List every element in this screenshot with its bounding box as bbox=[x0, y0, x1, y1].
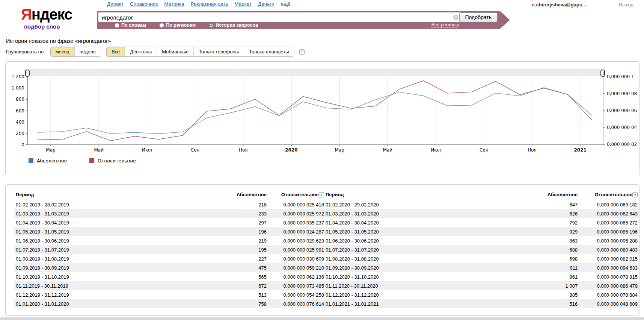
cell-period: 01.08.2020 - 31.08.2020 bbox=[324, 254, 526, 263]
col-header-period: Период bbox=[14, 190, 220, 200]
cell-period: 01.11.2019 - 30.11.2019 bbox=[14, 281, 220, 290]
nav-link-2[interactable]: Метрика bbox=[164, 1, 184, 7]
search-mode-2[interactable]: История запросов bbox=[209, 23, 258, 28]
wordstat-link[interactable]: подбор слов bbox=[24, 23, 60, 30]
svg-text:1 000: 1 000 bbox=[12, 85, 24, 91]
nav-link-6[interactable]: ещё bbox=[281, 1, 291, 7]
cell-period: 01.02.2019 - 28.02.2019 bbox=[14, 200, 220, 209]
cell-period: 01.04.2019 - 30.04.2019 bbox=[14, 218, 220, 227]
cell-relative: 0,000 000 035 237 bbox=[268, 218, 326, 227]
chart-panel: МарМайИюлСенНоя2020МарМайИюлСенНоя202102… bbox=[5, 61, 639, 175]
svg-text:Сен: Сен bbox=[191, 147, 200, 153]
device-option-1[interactable]: Десктопы bbox=[125, 47, 157, 56]
table-row: 01.04.2019 - 30.04.20192970,000 000 035 … bbox=[14, 218, 326, 227]
svg-text:2021: 2021 bbox=[574, 147, 586, 153]
search-mode-0[interactable]: По словам bbox=[115, 23, 146, 28]
table-row: 01.03.2019 - 31.03.20192330,000 000 025 … bbox=[14, 209, 326, 218]
cell-absolute: 233 bbox=[220, 209, 268, 218]
group-by-option-1[interactable]: неделя bbox=[74, 47, 101, 56]
legend-swatch bbox=[89, 158, 94, 163]
controls-row: Группировать по: месяцнеделя ВсеДесктопы… bbox=[6, 47, 305, 57]
search-input-wrap: ✕ bbox=[98, 12, 461, 22]
nav-link-5[interactable]: Деньги bbox=[258, 1, 274, 7]
table-row: 01.09.2019 - 30.09.20194750,000 000 059 … bbox=[14, 263, 326, 272]
cell-period: 01.07.2019 - 31.07.2019 bbox=[14, 245, 220, 254]
cell-period: 01.08.2019 - 31.08.2019 bbox=[14, 254, 220, 263]
svg-text:0,000 000 06: 0,000 000 06 bbox=[607, 108, 637, 113]
cell-relative: 0,000 000 073 485 bbox=[268, 281, 326, 290]
svg-text:Мар: Мар bbox=[335, 147, 344, 153]
device-option-4[interactable]: Только планшеты bbox=[244, 47, 294, 56]
cell-relative: 0,000 000 086 479 bbox=[579, 281, 639, 290]
cell-relative: 0,000 000 025 991 bbox=[268, 245, 326, 254]
col-header-relative: Относительное? bbox=[268, 190, 326, 200]
all-regions-link[interactable]: Все регионы bbox=[431, 22, 459, 28]
device-option-2[interactable]: Мобильные bbox=[157, 47, 193, 56]
page-title: История показов по фразе «игропедагог» bbox=[6, 38, 111, 44]
nav-link-0[interactable]: Директ bbox=[107, 1, 124, 7]
cell-absolute: 647 bbox=[526, 200, 579, 209]
bottom-edge-strip bbox=[0, 317, 644, 320]
table-row: 01.05.2019 - 31.05.20191960,000 000 024 … bbox=[14, 227, 326, 236]
device-option-0[interactable]: Все bbox=[107, 47, 125, 56]
yandex-logo[interactable]: Яндекс bbox=[21, 6, 72, 23]
submit-button[interactable]: Подобрать bbox=[459, 12, 498, 22]
table-row: 01.05.2020 - 31.05.20209290,000 000 085 … bbox=[324, 227, 639, 236]
nav-link-3[interactable]: Рекламная сеть bbox=[191, 1, 228, 7]
cell-period: 01.01.2020 - 31.01.2020 bbox=[14, 299, 220, 308]
device-filter-help-icon[interactable]: ? bbox=[299, 49, 305, 55]
col-header-absolute: Абсолютное bbox=[220, 190, 268, 200]
radio-icon[interactable] bbox=[115, 23, 119, 27]
svg-text:0,000 000 08: 0,000 000 08 bbox=[607, 91, 637, 96]
cell-period: 01.01.2021 - 31.01.2021 bbox=[324, 299, 526, 308]
group-by-option-0[interactable]: месяц bbox=[51, 47, 74, 56]
radio-icon[interactable] bbox=[160, 23, 164, 27]
cell-relative: 0,000 000 062 136 bbox=[268, 272, 326, 281]
svg-text:Июл: Июл bbox=[142, 147, 152, 153]
legend-label: Относительное bbox=[98, 158, 136, 164]
nav-link-4[interactable]: Маркет bbox=[234, 1, 252, 7]
svg-text:200: 200 bbox=[16, 131, 24, 136]
cell-relative: 0,000 000 024 287 bbox=[268, 227, 326, 236]
col-header-absolute: Абсолютное bbox=[526, 190, 579, 200]
user-email[interactable]: n.chernysheva@gaps.... bbox=[532, 2, 588, 8]
search-widget: ✕ Подобрать По словамПо регионамИстория … bbox=[97, 11, 500, 29]
cell-absolute: 698 bbox=[526, 254, 579, 263]
col-header-period: Период bbox=[324, 190, 526, 200]
cell-relative: 0,000 000 062 643 bbox=[579, 209, 639, 218]
cell-relative: 0,000 000 025 972 bbox=[268, 209, 326, 218]
table-row: 01.03.2020 - 31.03.20206260,000 000 062 … bbox=[324, 209, 639, 218]
history-table-left: ПериодАбсолютноеОтносительное?01.02.2019… bbox=[14, 190, 326, 308]
logout-link[interactable]: Выход bbox=[619, 2, 633, 8]
wordstat-page: Яндекс подбор слов ДиректСправочникМетри… bbox=[0, 0, 644, 320]
history-line-chart[interactable]: МарМайИюлСенНоя2020МарМайИюлСенНоя202102… bbox=[6, 62, 639, 156]
cell-period: 01.03.2019 - 31.03.2019 bbox=[14, 209, 220, 218]
cell-absolute: 863 bbox=[526, 236, 579, 245]
col-header-relative-label: Относительное bbox=[595, 192, 632, 197]
radio-selected-icon[interactable] bbox=[209, 23, 213, 27]
table-row: 01.06.2020 - 30.06.20208630,000 000 095 … bbox=[324, 236, 639, 245]
cell-absolute: 475 bbox=[220, 263, 268, 272]
device-option-3[interactable]: Только телефоны bbox=[193, 47, 244, 56]
search-mode-1[interactable]: По регионам bbox=[160, 23, 196, 28]
cell-relative: 0,000 000 085 196 bbox=[579, 227, 639, 236]
legend-swatch bbox=[29, 158, 33, 163]
cell-period: 01.09.2020 - 30.09.2020 bbox=[324, 263, 526, 272]
table-row: 01.01.2020 - 31.01.20207580,000 000 076 … bbox=[14, 299, 326, 308]
cell-relative: 0,000 000 025 418 bbox=[268, 200, 326, 209]
cell-period: 01.06.2019 - 30.06.2019 bbox=[14, 236, 220, 245]
cell-period: 01.09.2019 - 30.09.2019 bbox=[14, 263, 220, 272]
cell-absolute: 885 bbox=[526, 290, 579, 299]
svg-text:2020: 2020 bbox=[285, 147, 297, 153]
relative-help-icon[interactable]: ? bbox=[632, 192, 638, 197]
cell-period: 01.11.2020 - 30.11.2020 bbox=[324, 281, 526, 290]
nav-link-1[interactable]: Справочник bbox=[130, 1, 158, 7]
cell-absolute: 196 bbox=[220, 227, 268, 236]
cell-relative: 0,000 000 069 182 bbox=[579, 200, 639, 209]
table-row: 01.06.2019 - 30.06.20192190,000 000 029 … bbox=[14, 236, 326, 245]
clear-input-icon[interactable]: ✕ bbox=[453, 15, 458, 20]
search-input[interactable] bbox=[98, 12, 461, 22]
svg-text:Июл: Июл bbox=[431, 147, 441, 153]
svg-text:Май: Май bbox=[94, 147, 104, 153]
relative-help-icon[interactable]: ? bbox=[319, 192, 324, 197]
